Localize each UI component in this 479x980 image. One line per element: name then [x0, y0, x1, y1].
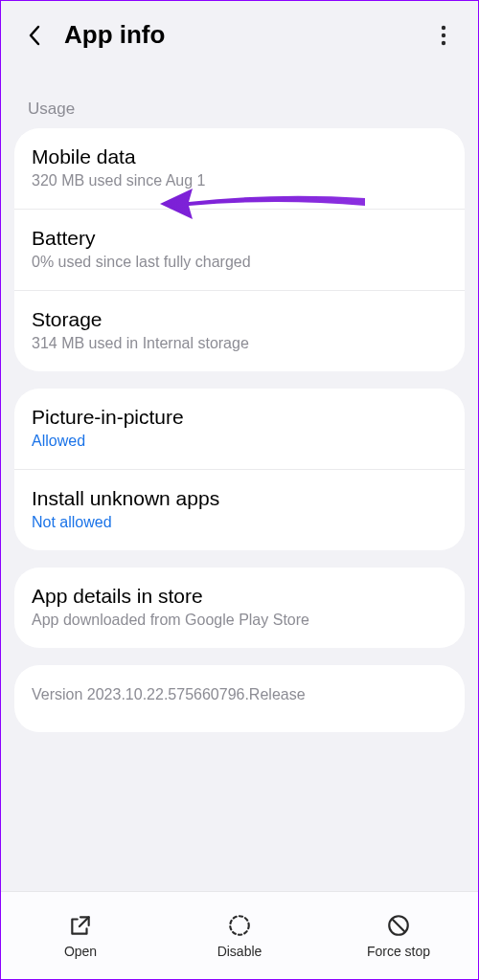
- usage-card: Mobile data 320 MB used since Aug 1 Batt…: [14, 128, 465, 371]
- storage-sub: 314 MB used in Internal storage: [32, 335, 447, 352]
- chevron-left-icon: [28, 25, 41, 46]
- storage-title: Storage: [32, 308, 447, 331]
- page-title: App info: [64, 20, 432, 50]
- usage-section-label: Usage: [1, 67, 478, 128]
- more-options-button[interactable]: [432, 24, 455, 47]
- pip-status: Allowed: [32, 433, 447, 450]
- more-vertical-icon: [441, 25, 446, 46]
- store-card: App details in store App downloaded from…: [14, 568, 465, 648]
- bottom-bar: Open Disable Force stop: [1, 891, 478, 979]
- open-button[interactable]: Open: [1, 892, 160, 979]
- version-text: Version 2023.10.22.575660796.Release: [32, 686, 447, 703]
- unknown-apps-row[interactable]: Install unknown apps Not allowed: [14, 469, 465, 550]
- mobile-data-sub: 320 MB used since Aug 1: [32, 172, 447, 189]
- disable-label: Disable: [217, 944, 262, 959]
- version-card: Version 2023.10.22.575660796.Release: [14, 665, 465, 732]
- mobile-data-title: Mobile data: [32, 145, 447, 168]
- svg-point-0: [442, 25, 445, 29]
- unknown-apps-status: Not allowed: [32, 514, 447, 531]
- pip-title: Picture-in-picture: [32, 406, 447, 429]
- mobile-data-row[interactable]: Mobile data 320 MB used since Aug 1: [14, 128, 465, 209]
- disable-button[interactable]: Disable: [160, 892, 319, 979]
- svg-point-1: [442, 33, 445, 36]
- back-button[interactable]: [24, 25, 45, 46]
- store-title: App details in store: [32, 585, 447, 608]
- svg-line-5: [393, 920, 404, 931]
- store-row[interactable]: App details in store App downloaded from…: [14, 568, 465, 648]
- open-label: Open: [64, 944, 97, 959]
- storage-row[interactable]: Storage 314 MB used in Internal storage: [14, 290, 465, 371]
- store-sub: App downloaded from Google Play Store: [32, 612, 447, 629]
- force-stop-label: Force stop: [367, 944, 430, 959]
- battery-row[interactable]: Battery 0% used since last fully charged: [14, 209, 465, 290]
- svg-point-3: [230, 916, 249, 935]
- svg-point-2: [442, 40, 445, 44]
- permissions-card: Picture-in-picture Allowed Install unkno…: [14, 389, 465, 550]
- open-icon: [68, 913, 93, 938]
- force-stop-button[interactable]: Force stop: [319, 892, 478, 979]
- battery-title: Battery: [32, 227, 447, 250]
- disable-icon: [227, 913, 252, 938]
- force-stop-icon: [386, 913, 411, 938]
- battery-sub: 0% used since last fully charged: [32, 254, 447, 271]
- pip-row[interactable]: Picture-in-picture Allowed: [14, 389, 465, 469]
- unknown-apps-title: Install unknown apps: [32, 487, 447, 510]
